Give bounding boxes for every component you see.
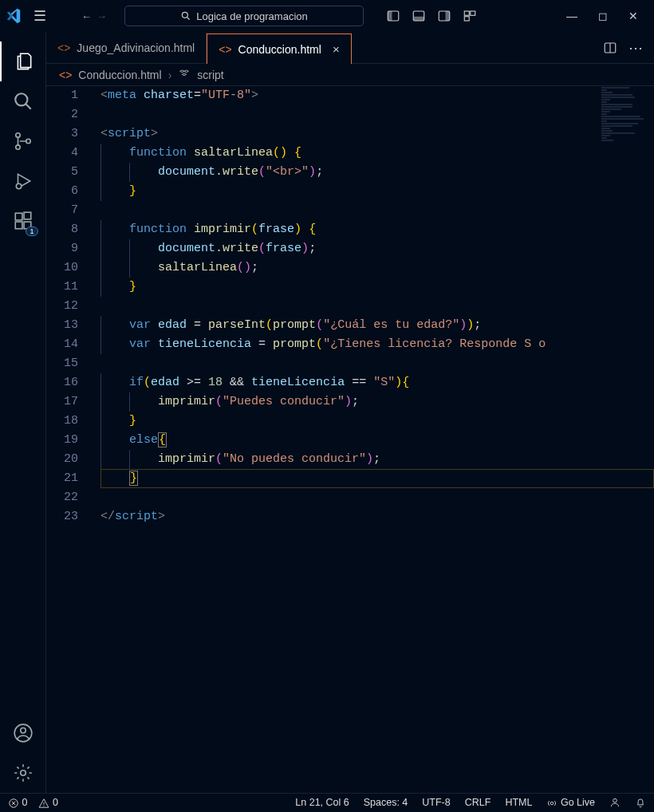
errors-indicator[interactable]: 0 [8, 797, 27, 809]
extensions-badge: 1 [26, 227, 37, 236]
split-editor-icon[interactable] [603, 41, 617, 55]
svg-rect-7 [446, 11, 450, 21]
svg-point-32 [613, 799, 617, 803]
svg-point-0 [183, 12, 188, 18]
settings-button[interactable] [0, 753, 46, 793]
editor-tabs: <> Juego_Adivinacion.html <> Conduccion.… [46, 32, 654, 64]
svg-line-12 [26, 104, 31, 109]
layout-controls [386, 9, 477, 23]
nav-forward-button[interactable]: → [97, 10, 107, 22]
activity-bar: 1 [0, 32, 46, 793]
run-debug-tab[interactable] [0, 161, 46, 201]
html-file-icon: <> [59, 69, 72, 81]
menu-button[interactable]: ☰ [29, 7, 51, 25]
close-tab-icon[interactable]: × [333, 42, 340, 56]
indentation[interactable]: Spaces: 4 [364, 797, 408, 808]
svg-rect-17 [15, 213, 22, 220]
code-content[interactable]: <meta charset="UTF-8"><script> function … [93, 86, 654, 793]
language-mode[interactable]: HTML [505, 797, 532, 808]
svg-point-11 [15, 93, 27, 105]
breadcrumb-symbol[interactable]: script [197, 69, 223, 81]
minimize-button[interactable]: — [566, 10, 577, 22]
title-bar: ☰ ← → Logica de programacion — ◻ ✕ [0, 0, 654, 32]
tab-actions: ⋯ [603, 32, 654, 63]
extensions-tab[interactable]: 1 [0, 201, 46, 241]
customize-layout-icon[interactable] [463, 9, 477, 23]
remote-icon[interactable] [609, 797, 621, 808]
search-tab[interactable] [0, 81, 46, 121]
svg-point-23 [20, 771, 26, 776]
source-control-tab[interactable] [0, 121, 46, 161]
svg-rect-10 [464, 17, 469, 21]
warnings-indicator[interactable]: 0 [38, 797, 57, 809]
tab-label: Conduccion.html [238, 43, 321, 56]
go-live-button[interactable]: Go Live [546, 797, 595, 809]
svg-rect-20 [24, 212, 31, 219]
breadcrumb[interactable]: <> Conduccion.html › script [46, 64, 654, 86]
encoding[interactable]: UTF-8 [422, 797, 450, 808]
eol[interactable]: CRLF [465, 797, 491, 808]
command-center-text: Logica de programacion [196, 10, 307, 22]
minimap[interactable] [598, 86, 654, 793]
code-editor[interactable]: 1234567891011121314151617181920212223 <m… [46, 86, 654, 793]
tab-label: Juego_Adivinacion.html [77, 41, 195, 54]
svg-rect-9 [471, 11, 475, 15]
svg-rect-3 [388, 11, 392, 21]
cursor-position[interactable]: Ln 21, Col 6 [295, 797, 349, 808]
line-numbers: 1234567891011121314151617181920212223 [46, 86, 93, 793]
svg-point-14 [15, 145, 19, 149]
nav-back-button[interactable]: ← [81, 10, 92, 22]
svg-point-30 [44, 806, 45, 806]
chevron-right-icon: › [168, 69, 172, 81]
notifications-icon[interactable] [635, 797, 646, 808]
svg-rect-5 [413, 17, 424, 21]
svg-point-15 [26, 139, 30, 143]
svg-line-1 [187, 18, 190, 20]
window-controls: — ◻ ✕ [566, 10, 649, 22]
breadcrumb-file[interactable]: Conduccion.html [78, 69, 161, 81]
svg-point-16 [16, 183, 21, 189]
accounts-button[interactable] [0, 713, 46, 753]
tab-conduccion[interactable]: <> Conduccion.html × [207, 34, 351, 64]
panel-right-icon[interactable] [437, 9, 451, 23]
svg-rect-8 [464, 11, 469, 15]
nav-arrows: ← → [81, 10, 107, 22]
command-center[interactable]: Logica de programacion [124, 6, 364, 26]
tab-juego-adivinacion[interactable]: <> Juego_Adivinacion.html [46, 32, 207, 63]
symbol-icon [178, 67, 191, 82]
explorer-tab[interactable] [0, 41, 46, 81]
svg-point-13 [15, 133, 19, 137]
vscode-logo-icon [5, 7, 22, 25]
more-actions-icon[interactable]: ⋯ [628, 39, 643, 57]
close-button[interactable]: ✕ [628, 10, 638, 22]
maximize-button[interactable]: ◻ [598, 10, 608, 22]
status-bar: 0 0 Ln 21, Col 6 Spaces: 4 UTF-8 CRLF HT… [0, 793, 654, 812]
svg-rect-18 [15, 222, 22, 229]
svg-point-31 [551, 802, 554, 805]
html-file-icon: <> [219, 43, 231, 56]
html-file-icon: <> [57, 41, 70, 54]
search-icon [180, 10, 191, 22]
svg-point-22 [20, 728, 26, 734]
panel-left-icon[interactable] [386, 9, 400, 23]
panel-bottom-icon[interactable] [412, 9, 426, 23]
